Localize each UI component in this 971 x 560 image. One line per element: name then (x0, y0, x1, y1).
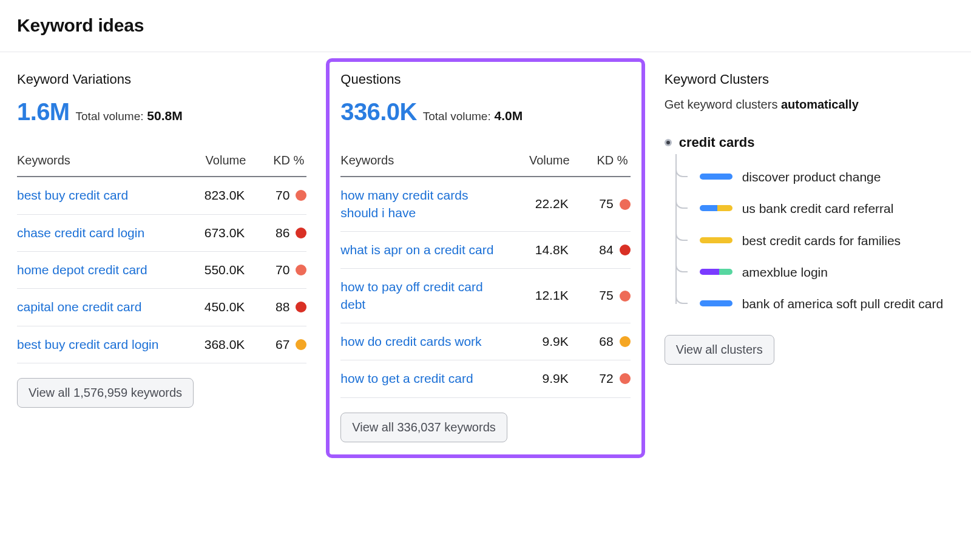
volume-cell: 9.9K (503, 323, 570, 360)
keyword-link[interactable]: best buy credit card (17, 188, 128, 202)
kd-value: 88 (276, 299, 289, 315)
view-all-variations-button[interactable]: View all 1,576,959 keywords (17, 378, 194, 408)
col-header-volume: Volume (503, 152, 570, 177)
view-all-questions-button[interactable]: View all 336,037 keywords (340, 413, 507, 442)
tree-branch-icon (675, 154, 688, 177)
cluster-color-pill-icon (700, 174, 732, 180)
col-header-volume: Volume (179, 152, 246, 177)
difficulty-dot-icon (620, 245, 631, 255)
difficulty-dot-icon (620, 373, 631, 384)
keyword-cell: how many credit cards should i have (340, 177, 502, 231)
cluster-item-label: amexblue login (742, 264, 954, 281)
kd-value: 70 (276, 187, 289, 204)
view-all-clusters-button[interactable]: View all clusters (665, 335, 774, 365)
variations-count: 1.6M (17, 95, 70, 128)
panel-variations: Keyword Variations 1.6M Total volume: 50… (17, 70, 306, 408)
cluster-item[interactable]: discover product change (675, 161, 954, 193)
keyword-cell: capital one credit card (17, 289, 179, 326)
cluster-root-label: credit cards (679, 133, 755, 152)
keyword-cell: how do credit cards work (340, 323, 502, 360)
cluster-color-pill-icon (700, 300, 732, 306)
keyword-link[interactable]: best buy credit card login (17, 337, 158, 351)
col-header-keywords: Keywords (17, 152, 179, 177)
keyword-cell: home depot credit card (17, 251, 179, 288)
tree-branch-icon (675, 186, 688, 209)
kd-value: 86 (276, 224, 289, 241)
questions-count: 336.0K (340, 95, 416, 128)
volume-cell: 823.0K (179, 177, 246, 214)
kd-cell: 67 (246, 326, 306, 363)
tree-branch-icon (675, 249, 688, 272)
kd-value: 67 (276, 336, 289, 353)
cluster-color-pill-icon (700, 237, 732, 243)
questions-table: Keywords Volume KD % how many credit car… (340, 152, 630, 397)
keyword-cell: how to get a credit card (340, 360, 502, 397)
kd-value: 72 (599, 370, 613, 387)
keyword-link[interactable]: home depot credit card (17, 263, 147, 277)
kd-cell: 75 (570, 269, 631, 323)
difficulty-dot-icon (296, 339, 306, 350)
difficulty-dot-icon (620, 291, 631, 302)
col-header-kd: KD % (570, 152, 631, 177)
table-row: how do credit cards work9.9K68 (340, 323, 630, 360)
keyword-link[interactable]: how many credit cards should i have (340, 188, 468, 219)
cluster-item[interactable]: bank of america soft pull credit card (675, 288, 954, 320)
panel-title-variations: Keyword Variations (17, 70, 306, 89)
section-divider (0, 52, 971, 52)
panel-questions: Questions 336.0K Total volume: 4.0M Keyw… (340, 70, 630, 446)
questions-stats-row: 336.0K Total volume: 4.0M (340, 95, 630, 128)
variations-stats-row: 1.6M Total volume: 50.8M (17, 95, 306, 128)
panel-title-questions: Questions (340, 70, 630, 89)
kd-cell: 70 (246, 177, 306, 214)
table-row: how to pay off credit card debt12.1K75 (340, 269, 630, 323)
difficulty-dot-icon (620, 199, 631, 210)
cluster-item-label: best credit cards for families (742, 232, 954, 249)
volume-cell: 673.0K (179, 214, 246, 251)
cluster-tree: discover product changeus bank credit ca… (675, 161, 954, 320)
keyword-link[interactable]: chase credit card login (17, 226, 144, 240)
difficulty-dot-icon (620, 336, 631, 347)
cluster-item-label: discover product change (742, 169, 954, 186)
keyword-cell: best buy credit card login (17, 326, 179, 363)
cluster-root-bullet-icon (665, 139, 672, 146)
keyword-link[interactable]: how do credit cards work (340, 334, 481, 348)
kd-cell: 86 (246, 214, 306, 251)
panel-clusters: Keyword Clusters Get keyword clusters au… (665, 70, 954, 365)
volume-cell: 368.0K (179, 326, 246, 363)
kd-value: 68 (599, 333, 613, 350)
clusters-subtitle: Get keyword clusters automatically (665, 96, 954, 113)
difficulty-dot-icon (296, 265, 306, 275)
cluster-item[interactable]: amexblue login (675, 257, 954, 288)
table-row: best buy credit card login368.0K67 (17, 326, 306, 363)
table-row: what is apr on a credit card14.8K84 (340, 231, 630, 268)
kd-cell: 84 (570, 231, 631, 268)
keyword-cell: chase credit card login (17, 214, 179, 251)
cluster-root[interactable]: credit cards (665, 133, 954, 152)
kd-value: 75 (599, 195, 613, 212)
variations-total-volume: Total volume: 50.8M (76, 107, 183, 124)
panel-title-clusters: Keyword Clusters (665, 70, 954, 89)
tree-branch-icon (675, 218, 688, 241)
kd-cell: 72 (570, 360, 631, 397)
keyword-cell: how to pay off credit card debt (340, 269, 502, 323)
keyword-link[interactable]: how to pay off credit card debt (340, 280, 482, 311)
table-row: chase credit card login673.0K86 (17, 214, 306, 251)
volume-cell: 450.0K (179, 289, 246, 326)
cluster-item[interactable]: us bank credit card referral (675, 193, 954, 224)
table-row: capital one credit card450.0K88 (17, 289, 306, 326)
keyword-link[interactable]: how to get a credit card (340, 371, 473, 385)
cluster-color-pill-icon (700, 269, 732, 275)
volume-cell: 12.1K (503, 269, 570, 323)
keyword-link[interactable]: capital one credit card (17, 300, 141, 314)
kd-cell: 88 (246, 289, 306, 326)
table-row: how many credit cards should i have22.2K… (340, 177, 630, 231)
volume-cell: 22.2K (503, 177, 570, 231)
table-row: best buy credit card823.0K70 (17, 177, 306, 214)
table-row: home depot credit card550.0K70 (17, 251, 306, 288)
cluster-item-label: bank of america soft pull credit card (742, 295, 954, 312)
kd-cell: 68 (570, 323, 631, 360)
kd-value: 70 (276, 261, 289, 278)
keyword-link[interactable]: what is apr on a credit card (340, 243, 493, 257)
cluster-item[interactable]: best credit cards for families (675, 225, 954, 257)
table-row: how to get a credit card9.9K72 (340, 360, 630, 397)
